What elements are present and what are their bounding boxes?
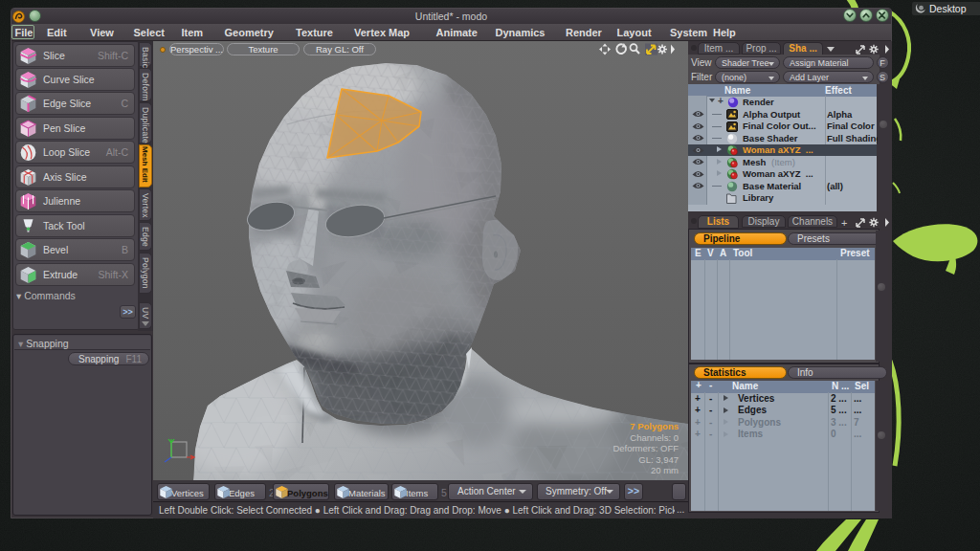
svg-text:7 Polygons: 7 Polygons (630, 421, 679, 431)
svg-text:20 mm: 20 mm (651, 465, 679, 475)
svg-text:GL: 3,947: GL: 3,947 (638, 454, 679, 465)
svg-text:Deformers: OFF: Deformers: OFF (612, 443, 679, 453)
svg-text:Channels: 0: Channels: 0 (630, 432, 679, 443)
